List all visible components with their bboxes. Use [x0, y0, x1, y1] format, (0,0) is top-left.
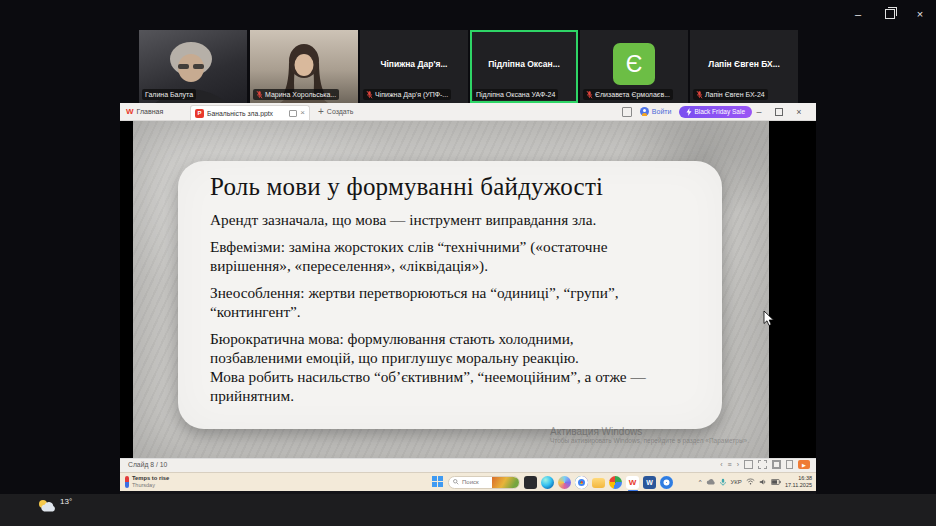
app-icon[interactable]: [660, 476, 673, 489]
participant-name: Галина Балута: [145, 89, 193, 100]
search-highlight-image: [492, 476, 519, 489]
presentation-slide: Роль мови у формуванні байдужості Арендт…: [133, 121, 769, 458]
wps-home-tab[interactable]: W Главная: [126, 103, 163, 120]
restore-button[interactable]: [880, 6, 900, 22]
weather-headline: Temps to rise: [132, 475, 169, 482]
wps-restore-icon: [775, 108, 783, 116]
participant-tile[interactable]: Марина Хорольська...: [250, 30, 358, 103]
outline-view-icon[interactable]: [758, 460, 767, 469]
participant-tile-active-speaker[interactable]: Підліпна Оксан... Підліпна Оксана УАФ-24: [470, 30, 578, 103]
watermark-line2: Чтобы активировать Windows, перейдите в …: [550, 437, 749, 444]
wps-icon-active[interactable]: W: [626, 476, 639, 489]
slide-title: Роль мови у формуванні байдужості: [210, 173, 668, 201]
battery-icon[interactable]: [771, 479, 781, 485]
start-button[interactable]: [432, 476, 444, 488]
slide-list-icon[interactable]: ≡: [728, 461, 732, 468]
participant-name: Єлизавета Єрмолаєв...: [595, 89, 670, 100]
slide-content-card: Роль мови у формуванні байдужості Арендт…: [178, 161, 722, 429]
mouse-cursor: [763, 310, 775, 327]
wps-document-tab[interactable]: P Банальність зла.pptx ×: [190, 105, 310, 120]
volume-icon[interactable]: [759, 478, 767, 486]
document-tab-title: Банальність зла.pptx: [207, 110, 286, 117]
participant-tile[interactable]: Є Єлизавета Єрмолаєв...: [580, 30, 688, 103]
maps-icon[interactable]: [609, 476, 622, 489]
mic-muted-icon: [256, 90, 263, 99]
participant-tile[interactable]: Галина Балута: [139, 30, 247, 103]
participant-name: Марина Хорольська...: [265, 89, 336, 100]
login-label: Войти: [652, 108, 672, 115]
zoom-meeting-window: – × Галина Балута Марина Хорольська... Ч…: [0, 0, 936, 526]
sorter-view-icon[interactable]: [772, 460, 781, 469]
layout-icon[interactable]: [622, 107, 632, 117]
mic-icon[interactable]: [719, 478, 727, 486]
participant-name-badge: Лапін Євген БХ-24: [693, 89, 768, 100]
participant-name-badge: Галина Балута: [142, 89, 196, 100]
promo-button[interactable]: Black Friday Sale: [679, 106, 752, 118]
wps-minimize-button[interactable]: –: [750, 103, 768, 120]
windows-activation-watermark: Активация Windows Чтобы активировать Win…: [550, 426, 749, 444]
wps-logo-icon: W: [126, 107, 134, 116]
language-indicator[interactable]: УКР: [731, 479, 742, 485]
windows-taskbar: 13° Поиск zm: [0, 494, 936, 526]
mic-muted-icon: [366, 90, 373, 99]
wps-new-tab-button[interactable]: + Создать: [318, 103, 353, 120]
statusbar-icons: ‹ ≡ › ▶: [720, 460, 810, 469]
word-icon[interactable]: W: [643, 476, 656, 489]
participant-tile[interactable]: Лапін Євген БХ... Лапін Євген БХ-24: [690, 30, 798, 103]
chrome-icon[interactable]: [575, 476, 588, 489]
terminal-icon[interactable]: [524, 476, 537, 489]
shared-taskbar-tray: ^ УКР 16:38 17.11.2025: [699, 475, 812, 488]
tray-caret-icon[interactable]: ^: [699, 479, 702, 485]
watermark-line1: Активация Windows: [550, 426, 749, 437]
weather-widget[interactable]: Temps to rise Thursday: [125, 475, 169, 488]
login-button[interactable]: Войти: [640, 107, 672, 116]
participant-name-badge: Підліпна Оксана УАФ-24: [473, 89, 558, 100]
clock-widget[interactable]: 16:38 17.11.2025: [785, 475, 812, 488]
wps-close-button[interactable]: ×: [790, 103, 808, 120]
shared-taskbar-apps: Поиск W W: [432, 476, 673, 489]
edge-icon[interactable]: [541, 476, 554, 489]
participant-name: Підліпна Оксана УАФ-24: [476, 89, 555, 100]
pin-tab-icon[interactable]: [289, 110, 297, 117]
participant-name-badge: Чіпижна Дар'я (УПФ-...: [363, 89, 451, 100]
taskbar-weather-widget[interactable]: 13°: [36, 497, 72, 513]
normal-view-icon[interactable]: [744, 460, 753, 469]
plus-icon: +: [318, 106, 324, 117]
search-icon: [453, 479, 459, 485]
reading-view-icon[interactable]: [786, 460, 793, 469]
wps-statusbar: Слайд 8 / 10 ‹ ≡ › ▶: [120, 458, 816, 472]
close-tab-icon[interactable]: ×: [300, 109, 305, 117]
weather-day: Thursday: [132, 482, 169, 488]
wps-titlebar: W Главная P Банальність зла.pptx × + Соз…: [120, 103, 816, 121]
participant-center-name: Чіпижна Дар'я...: [360, 59, 468, 69]
wps-restore-button[interactable]: [770, 103, 788, 120]
participant-name: Чіпижна Дар'я (УПФ-...: [375, 89, 448, 100]
search-placeholder: Поиск: [462, 479, 489, 485]
slide-paragraph: Бюрократична мова: формулювання стають х…: [210, 330, 668, 406]
wifi-icon[interactable]: [746, 478, 755, 485]
next-slide-icon[interactable]: ›: [737, 461, 739, 468]
file-explorer-icon[interactable]: [592, 478, 605, 488]
participant-center-name: Підліпна Оксан...: [470, 59, 578, 69]
participant-name-badge: Марина Хорольська...: [253, 89, 339, 100]
account-avatar-icon: [640, 107, 649, 116]
sun-cloud-icon: [36, 497, 58, 513]
thermometer-icon: [125, 476, 129, 488]
prev-slide-icon[interactable]: ‹: [720, 461, 722, 468]
search-input[interactable]: Поиск: [448, 476, 520, 489]
lightning-icon: [686, 108, 692, 116]
slide-paragraph: Евфемізми: заміна жорстоких слів “техніч…: [210, 238, 668, 276]
minimize-button[interactable]: –: [848, 6, 868, 22]
shared-screen-taskbar: Temps to rise Thursday Поиск W W: [120, 472, 816, 492]
mic-muted-icon: [586, 90, 593, 99]
slide-paragraph: Знеособлення: жертви перетворюються на “…: [210, 284, 668, 322]
close-button[interactable]: ×: [910, 6, 930, 22]
restore-icon: [885, 9, 895, 19]
slideshow-play-button[interactable]: ▶: [798, 460, 810, 469]
participant-tile[interactable]: Чіпижна Дар'я... Чіпижна Дар'я (УПФ-...: [360, 30, 468, 103]
participant-name-badge: Єлизавета Єрмолаєв...: [583, 89, 673, 100]
temperature-label: 13°: [60, 497, 72, 506]
copilot-icon[interactable]: [558, 476, 571, 489]
cloud-icon[interactable]: [706, 478, 715, 485]
wps-home-tab-label: Главная: [137, 108, 164, 115]
